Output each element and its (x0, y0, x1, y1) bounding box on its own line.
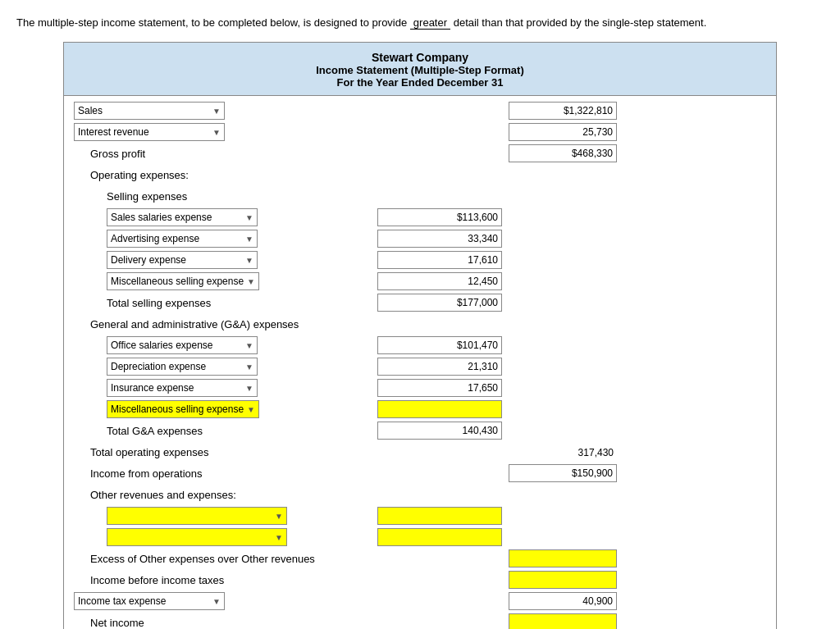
advertising-value-box[interactable]: 33,340 (377, 230, 502, 248)
sales-dropdown-arrow: ▼ (212, 107, 221, 116)
gna-header: General and administrative (G&A) expense… (90, 318, 299, 330)
other2-row: ▼ (74, 527, 766, 547)
sales-salaries-row: Sales salaries expense ▼ $113,600 (74, 207, 766, 227)
office-salaries-dropdown[interactable]: Office salaries expense ▼ (107, 336, 258, 354)
delivery-dropdown[interactable]: Delivery expense ▼ (107, 251, 258, 269)
office-salaries-label-col: Office salaries expense ▼ (74, 336, 377, 354)
income-from-ops-label-col: Income from operations (74, 467, 377, 480)
delivery-text: Delivery expense (111, 254, 242, 266)
other1-dropdown[interactable]: ▼ (107, 507, 287, 525)
other1-value-box[interactable] (377, 507, 502, 525)
other1-label-col: ▼ (74, 507, 377, 525)
excess-label-col: Excess of Other expenses over Other reve… (74, 553, 377, 565)
misc-selling1-label-col: Miscellaneous selling expense ▼ (74, 272, 377, 290)
depreciation-dropdown[interactable]: Depreciation expense ▼ (107, 358, 258, 376)
misc-selling2-arrow: ▼ (247, 405, 255, 414)
advertising-dropdown[interactable]: Advertising expense ▼ (107, 230, 258, 248)
misc-selling1-value-box[interactable]: 12,450 (377, 272, 502, 290)
insurance-value-box[interactable]: 17,650 (377, 379, 502, 397)
misc-selling2-label-col: Miscellaneous selling expense ▼ (74, 400, 377, 418)
interest-revenue-text: Interest revenue (78, 126, 209, 138)
total-gna-mid: 140,430 (377, 422, 509, 440)
insurance-dropdown[interactable]: Insurance expense ▼ (107, 379, 258, 397)
gross-profit-value-box[interactable]: $468,330 (509, 144, 617, 162)
delivery-mid: 17,610 (377, 251, 509, 269)
excess-row: Excess of Other expenses over Other reve… (74, 549, 766, 568)
excess-value-box[interactable] (509, 549, 617, 567)
income-from-ops-label: Income from operations (90, 467, 203, 480)
gross-profit-value: $468,330 (572, 148, 613, 159)
office-salaries-row: Office salaries expense ▼ $101,470 (74, 335, 766, 355)
misc-selling2-dropdown[interactable]: Miscellaneous selling expense ▼ (107, 400, 259, 418)
gna-header-col: General and administrative (G&A) expense… (74, 318, 377, 330)
net-income-value-col (509, 613, 623, 629)
intro-paragraph: The multiple-step income statement, to b… (16, 16, 824, 29)
misc-selling1-row: Miscellaneous selling expense ▼ 12,450 (74, 271, 766, 291)
intro-highlight: greater (410, 16, 450, 30)
total-operating-label: Total operating expenses (90, 446, 209, 458)
income-tax-row: Income tax expense ▼ 40,900 (74, 591, 766, 611)
statement-period: For the Year Ended December 31 (64, 76, 776, 89)
income-tax-dropdown[interactable]: Income tax expense ▼ (74, 592, 225, 610)
depreciation-value-box[interactable]: 21,310 (377, 358, 502, 376)
sales-salaries-value-box[interactable]: $113,600 (377, 208, 502, 226)
selling-expenses-header-col: Selling expenses (74, 190, 377, 203)
total-gna-value-box[interactable]: 140,430 (377, 422, 502, 440)
total-operating-value-col: 317,430 (509, 446, 623, 458)
office-salaries-value-box[interactable]: $101,470 (377, 336, 502, 354)
delivery-arrow: ▼ (245, 256, 253, 265)
net-income-label: Net income (90, 617, 144, 629)
total-gna-label: Total G&A expenses (107, 425, 203, 437)
misc-selling1-dropdown[interactable]: Miscellaneous selling expense ▼ (107, 272, 259, 290)
income-tax-text: Income tax expense (78, 595, 209, 607)
sales-salaries-dropdown[interactable]: Sales salaries expense ▼ (107, 208, 258, 226)
income-tax-label-col: Income tax expense ▼ (74, 592, 377, 610)
sales-value-box[interactable]: $1,322,810 (509, 102, 617, 120)
sales-salaries-mid: $113,600 (377, 208, 509, 226)
income-tax-value-col: 40,900 (509, 592, 623, 610)
interest-revenue-arrow: ▼ (212, 128, 221, 137)
other2-dropdown[interactable]: ▼ (107, 528, 287, 546)
depreciation-arrow: ▼ (245, 362, 253, 371)
misc-selling2-mid (377, 400, 509, 418)
sales-salaries-label-col: Sales salaries expense ▼ (74, 208, 377, 226)
other2-arrow: ▼ (275, 533, 283, 542)
other2-value-box[interactable] (377, 528, 502, 546)
total-selling-value-box[interactable]: $177,000 (377, 294, 502, 312)
sales-value-col: $1,322,810 (509, 102, 623, 120)
insurance-arrow: ▼ (245, 384, 253, 393)
sales-dropdown[interactable]: Sales ▼ (74, 102, 225, 120)
income-from-ops-value: $150,900 (572, 467, 613, 479)
total-selling-row: Total selling expenses $177,000 (74, 293, 766, 312)
income-before-taxes-label: Income before income taxes (90, 574, 224, 586)
misc-selling2-value-box[interactable] (377, 400, 502, 418)
misc-selling1-mid: 12,450 (377, 272, 509, 290)
total-selling-label-col: Total selling expenses (74, 297, 377, 309)
selling-expenses-header: Selling expenses (107, 190, 187, 203)
insurance-row: Insurance expense ▼ 17,650 (74, 378, 766, 398)
net-income-value-box[interactable] (509, 613, 617, 629)
income-tax-value: 40,900 (582, 595, 613, 607)
office-salaries-value: $101,470 (457, 340, 498, 351)
gross-profit-value-col: $468,330 (509, 144, 623, 162)
misc-selling2-text: Miscellaneous selling expense (111, 403, 244, 415)
sales-value: $1,322,810 (564, 105, 613, 116)
advertising-value: 33,340 (468, 233, 498, 244)
advertising-row: Advertising expense ▼ 33,340 (74, 229, 766, 248)
advertising-label-col: Advertising expense ▼ (74, 230, 377, 248)
other1-arrow: ▼ (275, 512, 283, 521)
income-tax-value-box[interactable]: 40,900 (509, 592, 617, 610)
operating-expenses-label: Operating expenses: (90, 169, 189, 181)
income-from-ops-value-box[interactable]: $150,900 (509, 464, 617, 482)
net-income-row: Net income (74, 613, 766, 629)
interest-revenue-dropdown[interactable]: Interest revenue ▼ (74, 123, 225, 141)
other2-label-col: ▼ (74, 528, 377, 546)
income-before-taxes-value-box[interactable] (509, 571, 617, 589)
interest-revenue-value-box[interactable]: 25,730 (509, 123, 617, 141)
interest-revenue-value-col: 25,730 (509, 123, 623, 141)
delivery-value-box[interactable]: 17,610 (377, 251, 502, 269)
total-gna-value: 140,430 (463, 425, 498, 436)
statement-body: Sales ▼ $1,322,810 Interest revenue ▼ (64, 96, 776, 629)
insurance-label-col: Insurance expense ▼ (74, 379, 377, 397)
depreciation-mid: 21,310 (377, 358, 509, 376)
